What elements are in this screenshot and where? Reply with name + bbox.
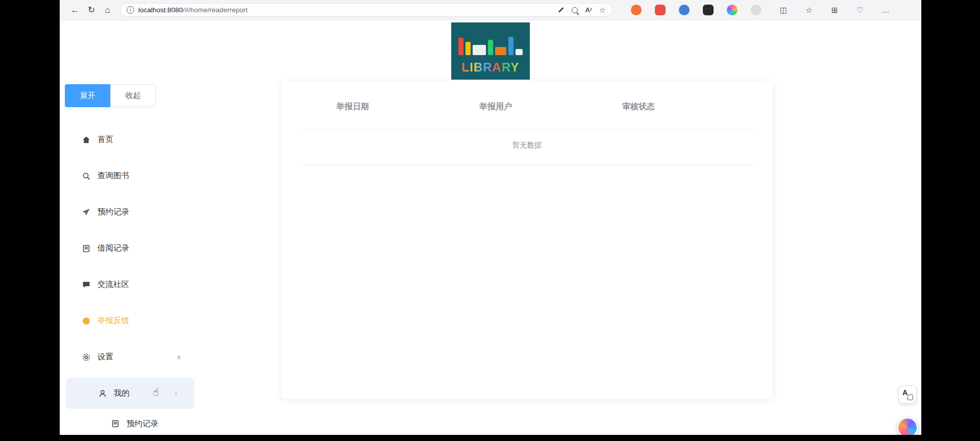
library-logo: LIBRARY <box>451 22 530 80</box>
sidebar-item-settings[interactable]: 设置 ∧ <box>60 339 198 375</box>
table-header-report-date: 举报日期 <box>281 102 424 112</box>
favorites-icon[interactable]: ☆ <box>802 4 816 17</box>
sidebar-item-mine[interactable]: 我的 ‹ <box>66 378 194 409</box>
sidebar-item-label: 设置 <box>97 352 113 362</box>
zoom-icon[interactable] <box>572 7 578 13</box>
browser-essentials-icon[interactable]: ♡ <box>853 4 867 17</box>
add-favorite-icon[interactable]: ☆ <box>599 6 606 15</box>
url-text: localhost:8080/#/home/readerreport <box>138 6 248 14</box>
table-header-review-status: 审核状态 <box>567 102 710 112</box>
back-button[interactable]: ← <box>67 2 83 18</box>
extensions-group <box>631 5 762 15</box>
chat-icon <box>82 280 91 289</box>
sidebar-item-search-books[interactable]: 查询图书 <box>60 158 198 194</box>
site-info-icon[interactable]: i <box>127 6 134 14</box>
extension-icon-5[interactable] <box>727 5 738 15</box>
refresh-button[interactable]: ↻ <box>83 2 100 18</box>
url-path: /#/home/readerreport <box>183 6 248 14</box>
toolbar-right-group: ◫ ☆ ⊞ ♡ … <box>777 4 892 17</box>
logo-title: LIBRARY <box>462 60 520 75</box>
home-icon <box>82 135 91 144</box>
sidebar-item-label: 查询图书 <box>97 170 129 181</box>
edit-pen-icon[interactable] <box>558 7 565 13</box>
collections-icon[interactable]: ⊞ <box>828 4 841 17</box>
table-bottom-divider <box>300 165 756 165</box>
screen: { "colors": { "primary": "#409eff", "act… <box>0 0 980 441</box>
search-icon <box>82 172 91 181</box>
sidebar-item-report-feedback[interactable]: 举报反馈 <box>60 303 198 339</box>
app-page: LIBRARY 展开 收起 首页 查询图书 <box>60 20 921 435</box>
browser-toolbar: ← ↻ ⌂ i localhost:8080/#/home/readerrepo… <box>60 0 921 20</box>
sidebar-menu: 首页 查询图书 预约记录 借阅记录 <box>60 121 198 435</box>
address-bar-actions: A⁾ ☆ <box>558 6 606 15</box>
translate-button[interactable]: A <box>898 385 917 404</box>
sidebar-item-label: 首页 <box>97 134 113 145</box>
paper-plane-icon <box>82 208 91 217</box>
table-header-report-user: 举报用户 <box>424 102 567 112</box>
address-bar[interactable]: i localhost:8080/#/home/readerreport A⁾ … <box>120 3 612 17</box>
extension-icon-3[interactable] <box>679 5 690 15</box>
table-header-row: 举报日期 举报用户 审核状态 <box>281 102 710 112</box>
expand-button[interactable]: 展开 <box>65 84 110 107</box>
report-icon <box>82 316 91 326</box>
sidebar-item-label: 交流社区 <box>97 279 129 290</box>
sidebar-item-borrow-records[interactable]: 借阅记录 <box>60 230 198 266</box>
document-icon <box>111 419 120 428</box>
user-icon <box>98 389 107 398</box>
table-header-divider <box>300 128 756 129</box>
extension-icon-4[interactable] <box>703 5 714 15</box>
gear-icon <box>82 353 91 362</box>
extension-icon-1[interactable] <box>631 5 642 15</box>
sidebar-item-label: 我的 <box>114 388 130 399</box>
table-empty-text: 暂无数据 <box>281 140 773 150</box>
chevron-up-icon[interactable]: ∧ <box>176 353 181 361</box>
collapse-button[interactable]: 收起 <box>110 84 156 107</box>
extension-icon-2[interactable] <box>655 5 666 15</box>
read-aloud-icon[interactable]: A⁾ <box>585 6 592 14</box>
sidebar-item-label: 借阅记录 <box>97 243 129 254</box>
url-host: localhost:8080 <box>138 6 183 14</box>
more-options-icon[interactable]: … <box>879 4 892 17</box>
document-icon <box>82 244 91 253</box>
translate-icon: A <box>902 388 908 397</box>
sidebar-item-label: 举报反馈 <box>97 315 129 326</box>
ai-assistant-button[interactable] <box>897 418 918 435</box>
extension-icon-6[interactable] <box>751 5 762 15</box>
report-table-card: 举报日期 举报用户 审核状态 暂无数据 <box>281 81 773 399</box>
split-screen-icon[interactable]: ◫ <box>777 4 790 17</box>
logo-books-art <box>458 29 523 55</box>
sidebar-item-mine-reservations[interactable]: 预约记录 <box>60 411 198 435</box>
chevron-icon[interactable]: ‹ <box>175 389 177 397</box>
sidebar-item-home[interactable]: 首页 <box>60 121 198 158</box>
home-button[interactable]: ⌂ <box>100 2 116 18</box>
sidebar-item-reservations[interactable]: 预约记录 <box>60 194 198 230</box>
sidebar-item-label: 预约记录 <box>127 419 158 429</box>
sidebar-item-label: 预约记录 <box>97 207 129 217</box>
browser-window: ← ↻ ⌂ i localhost:8080/#/home/readerrepo… <box>60 0 921 435</box>
sidebar-item-community[interactable]: 交流社区 <box>60 266 198 303</box>
sidebar-toggle-group: 展开 收起 <box>65 84 156 107</box>
